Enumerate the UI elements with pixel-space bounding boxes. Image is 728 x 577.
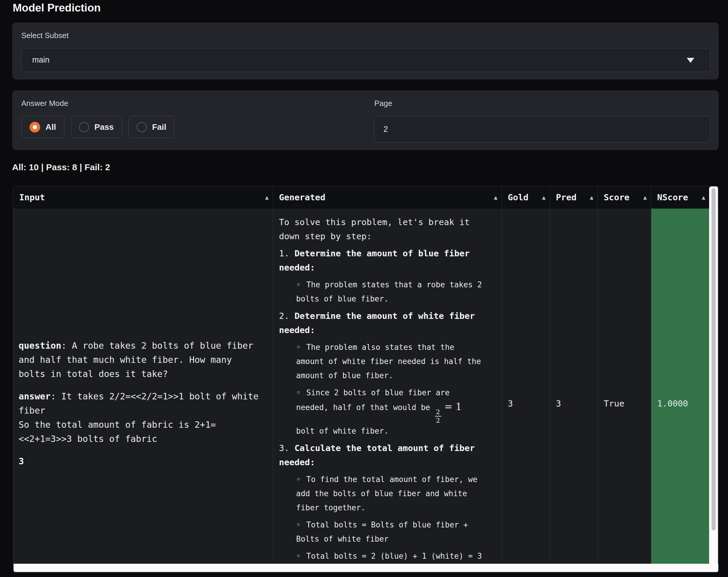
radio-option-label: All — [46, 122, 56, 132]
subset-dropdown[interactable]: main — [21, 48, 710, 72]
cell-gold: 3 — [502, 209, 550, 564]
answer-mode-option-fail[interactable]: Fail — [128, 116, 175, 138]
bullet-circle-icon: ◦ — [296, 475, 301, 484]
bullet-circle-icon: ◦ — [296, 343, 301, 352]
gold-value: 3 — [502, 399, 513, 409]
generated-bullet: ◦Total bolts = Bolts of blue fiber + Bol… — [296, 518, 483, 546]
input-paragraph: 3 — [19, 454, 261, 468]
score-value: True — [598, 399, 624, 409]
generated-bullet: ◦Since 2 bolts of blue fiber are needed,… — [296, 386, 483, 438]
cell-nscore: 1.0000 — [651, 209, 709, 564]
column-header-score[interactable]: Score▲ — [598, 186, 651, 209]
sort-ascending-icon: ▲ — [265, 194, 269, 201]
generated-bullet: ◦Total bolts = 2 (blue) + 1 (white) = 3 … — [296, 549, 483, 564]
generated-bullet-list: ◦The problem states that a robe takes 2 … — [296, 278, 483, 306]
cell-generated: To solve this problem, let's break it do… — [273, 209, 502, 564]
table-body: question: A robe takes 2 bolts of blue f… — [13, 209, 718, 564]
bullet-circle-icon: ◦ — [296, 388, 301, 397]
math-fraction: 22 — [435, 409, 441, 424]
subset-dropdown-value: main — [32, 55, 50, 64]
column-header-label: NScore — [657, 192, 688, 202]
cell-pred: 3 — [550, 209, 598, 564]
page-input[interactable] — [374, 116, 710, 142]
nscore-value: 1.0000 — [651, 399, 688, 409]
column-header-label: Score — [604, 192, 629, 202]
radio-option-label: Pass — [95, 122, 114, 132]
filter-panel: Answer Mode AllPassFail Page — [12, 90, 719, 150]
column-header-generated[interactable]: Generated▲ — [273, 186, 502, 209]
pred-value: 3 — [550, 399, 561, 409]
sort-ascending-icon: ▲ — [643, 194, 647, 201]
sort-ascending-icon: ▲ — [494, 194, 497, 201]
radio-unselected-icon — [137, 122, 147, 132]
column-header-label: Pred — [556, 192, 576, 202]
stats-line: All: 10 | Pass: 8 | Fail: 2 — [12, 162, 110, 172]
vertical-scrollbar[interactable] — [709, 187, 718, 564]
radio-unselected-icon — [79, 122, 89, 132]
radio-selected-icon — [29, 122, 40, 133]
generated-bullet: ◦To find the total amount of fiber, we a… — [296, 472, 483, 515]
column-header-label: Generated — [279, 192, 325, 202]
generated-cell-text: To solve this problem, let's break it do… — [273, 209, 486, 564]
sort-ascending-icon: ▲ — [542, 194, 546, 201]
input-cell-text: question: A robe takes 2 bolts of blue f… — [13, 339, 261, 468]
generated-bullet: ◦The problem states that a robe takes 2 … — [296, 278, 483, 306]
input-paragraph: answer: It takes 2/2=<<2/2=1>>1 bolt of … — [19, 389, 261, 446]
generated-step-heading: 1. Determine the amount of blue fiber ne… — [279, 246, 486, 275]
bullet-circle-icon: ◦ — [296, 280, 301, 289]
page-title: Model Prediction — [13, 2, 101, 14]
bullet-circle-icon: ◦ — [296, 552, 301, 560]
radio-option-label: Fail — [152, 122, 166, 132]
input-paragraph: question: A robe takes 2 bolts of blue f… — [19, 339, 261, 381]
generated-step: 3. Calculate the total amount of fiber n… — [279, 441, 486, 564]
generated-step-heading: 3. Calculate the total amount of fiber n… — [279, 441, 486, 469]
generated-bullet-list: ◦The problem also states that the amount… — [296, 340, 483, 438]
column-header-gold[interactable]: Gold▲ — [502, 186, 550, 209]
column-header-label: Input — [19, 192, 45, 202]
generated-step-heading: 2. Determine the amount of white fiber n… — [279, 309, 486, 337]
generated-step: 2. Determine the amount of white fiber n… — [279, 309, 486, 438]
results-table: Input▲Generated▲Gold▲Pred▲Score▲NScore▲ … — [13, 186, 719, 573]
horizontal-scrollbar[interactable] — [14, 564, 719, 572]
answer-mode-radio-group: AllPassFail — [21, 116, 175, 138]
vertical-scrollbar-thumb[interactable] — [711, 188, 716, 530]
cell-score: True — [598, 209, 651, 564]
cell-input: question: A robe takes 2 bolts of blue f… — [13, 209, 273, 564]
answer-mode-label: Answer Mode — [21, 99, 68, 108]
generated-step: 1. Determine the amount of blue fiber ne… — [279, 246, 486, 306]
generated-bullet-list: ◦To find the total amount of fiber, we a… — [296, 472, 483, 564]
generated-bullet: ◦The problem also states that the amount… — [296, 340, 483, 383]
chevron-down-icon — [687, 58, 694, 63]
answer-mode-option-all[interactable]: All — [21, 116, 64, 138]
column-header-pred[interactable]: Pred▲ — [550, 186, 598, 209]
subset-panel: Select Subset main — [12, 23, 719, 79]
app-window: Model Prediction Select Subset main Answ… — [0, 0, 728, 577]
table-header-row: Input▲Generated▲Gold▲Pred▲Score▲NScore▲ — [13, 186, 718, 209]
page-label: Page — [374, 99, 392, 108]
answer-mode-option-pass[interactable]: Pass — [71, 116, 122, 138]
sort-ascending-icon: ▲ — [702, 194, 705, 201]
bullet-circle-icon: ◦ — [296, 520, 301, 529]
column-header-nscore[interactable]: NScore▲ — [651, 186, 709, 209]
column-header-label: Gold — [508, 192, 528, 202]
subset-label: Select Subset — [21, 31, 69, 40]
column-header-input[interactable]: Input▲ — [13, 186, 273, 209]
generated-intro: To solve this problem, let's break it do… — [279, 215, 486, 243]
sort-ascending-icon: ▲ — [590, 194, 593, 201]
